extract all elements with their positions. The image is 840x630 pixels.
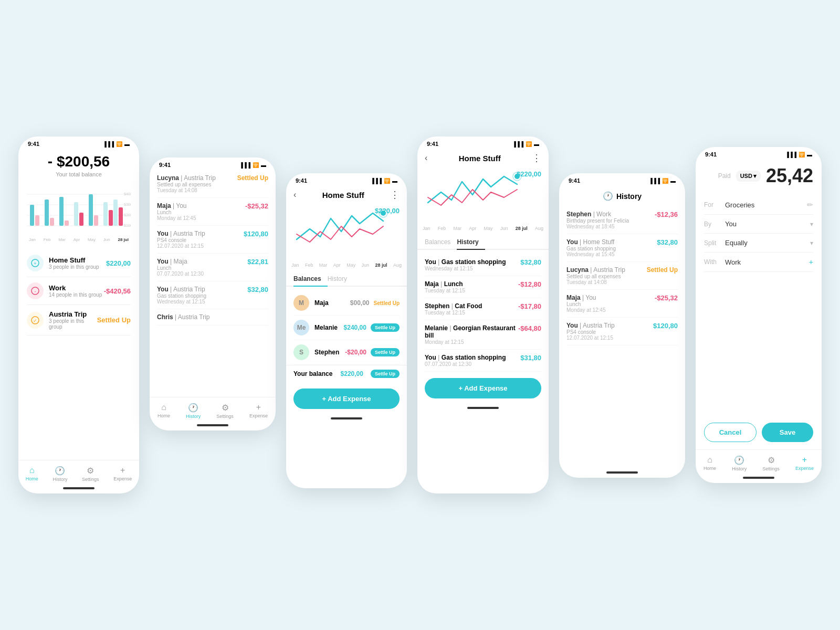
balance-melanie[interactable]: Me Melanie $240,00 Settle Up <box>293 316 400 340</box>
add-expense-button-3[interactable]: + Add Expense <box>293 388 400 409</box>
month-aug-3: Aug <box>393 262 402 268</box>
nav-expense-2[interactable]: + Expense <box>249 403 268 419</box>
tab-history-3[interactable]: History <box>328 272 353 287</box>
nav-history-6[interactable]: 🕐 History <box>732 455 747 471</box>
paid-label: Paid <box>718 172 731 180</box>
settle-melanie-button[interactable]: Settle Up <box>371 323 400 332</box>
phone-main-balance: 9:41 ▐▐▐ 🛜 ▬ - $200,56 Your total balanc… <box>18 136 139 494</box>
hist-date-stephen-work: Wednesday at 18:45 <box>566 224 629 229</box>
expense-nav-icon: + <box>120 466 125 475</box>
cancel-button[interactable]: Cancel <box>704 423 757 442</box>
nav-history-label-6: History <box>732 466 747 471</box>
history-clock-icon: 🕐 <box>603 191 613 201</box>
hist-stephen-cat-4[interactable]: Stephen | Cat Food Tuesday at 12:15 -$17… <box>425 298 541 320</box>
month-jun: Jun <box>103 237 110 242</box>
trans-you-maja[interactable]: You | Maja Lunch 07.07.2020 at 12:30 $22… <box>157 254 268 281</box>
with-field[interactable]: With Work + <box>704 253 813 272</box>
back-button-3[interactable]: ‹ <box>293 190 296 200</box>
phone-transactions: 9:41 ▐▐▐ 🛜 ▬ Lucyna | Austria Trip Settl… <box>150 158 276 430</box>
chart-4: $220,00 <box>417 166 549 224</box>
for-field[interactable]: For Groceries ✏ <box>704 195 813 215</box>
action-buttons: Cancel Save <box>696 415 822 449</box>
signal-icon-5: ▐▐▐ <box>649 178 660 184</box>
balance-maja[interactable]: M Maja $00,00 Settled Up <box>293 291 400 316</box>
split-field[interactable]: Split Equally ▾ <box>704 234 813 253</box>
trans-date-you-maja: 07.07.2020 at 12:30 <box>157 271 204 277</box>
trans-chris[interactable]: Chris | Austria Trip <box>157 309 268 326</box>
your-balance-label: Your balance <box>293 370 341 377</box>
svg-rect-19 <box>109 210 113 226</box>
tab-balances-3[interactable]: Balances <box>293 272 328 287</box>
hist-amount-gas-4: $32,80 <box>520 258 541 266</box>
trans-amount-you-maja: $22,81 <box>247 258 268 266</box>
settle-stephen-button[interactable]: Settle Up <box>371 348 400 356</box>
hist-gas-4[interactable]: You | Gas station shopping Wednesday at … <box>425 254 541 276</box>
hist-desc-lucyna-5: Settled up all expenses <box>566 274 625 279</box>
add-expense-button-4[interactable]: + Add Expense <box>425 378 541 398</box>
nav-history-2[interactable]: 🕐 History <box>186 403 201 419</box>
hist-lucyna-5[interactable]: Lucyna | Austria Trip Settled up all exp… <box>566 262 678 290</box>
group-austria[interactable]: ✓ Austria Trip 3 people in this group Se… <box>27 305 131 335</box>
trans-desc-you-gas: Gas station shopping <box>157 293 206 299</box>
currency-selector[interactable]: USD ▾ <box>736 171 761 182</box>
nav-expense-6[interactable]: + Expense <box>795 455 814 471</box>
trans-maja[interactable]: Maja | You Lunch Monday at 12:45 -$25,32 <box>157 198 268 226</box>
balance-label: Your total balance <box>27 171 131 177</box>
pencil-icon: ✏ <box>807 201 813 209</box>
group-work[interactable]: - Work 14 people in this group -$420,56 <box>27 277 131 305</box>
svg-rect-10 <box>45 200 49 226</box>
with-label: With <box>704 258 725 266</box>
hist-maja-lunch-4[interactable]: Maja | Lunch Tuesday at 12:15 -$12,80 <box>425 276 541 298</box>
signal-icon-3: ▐▐▐ <box>371 178 382 184</box>
trans-desc-lucyna: Settled up all expenses <box>157 182 216 187</box>
signal-icon-1: ▐▐▐ <box>103 141 114 147</box>
group-name-home: Home Stuff <box>49 256 106 264</box>
tab-balances-4[interactable]: Balances <box>425 235 457 250</box>
trans-lucyna[interactable]: Lucyna | Austria Trip Settled up all exp… <box>157 170 268 198</box>
nav-expense-1[interactable]: + Expense <box>113 466 132 482</box>
time-5: 9:41 <box>569 177 580 184</box>
save-button[interactable]: Save <box>762 423 813 442</box>
trans-you-gas[interactable]: You | Austria Trip Gas station shopping … <box>157 281 268 309</box>
nav-settings-2[interactable]: ⚙ Settings <box>216 403 234 419</box>
hist-amount-you-austria-5: $120,80 <box>653 322 678 330</box>
settings-nav-icon-6: ⚙ <box>768 455 775 465</box>
cm-jan-4: Jan <box>423 226 430 231</box>
chevron-down-icon-split: ▾ <box>810 239 813 247</box>
month-apr-3: Apr <box>333 262 341 268</box>
nav-home-2[interactable]: ⌂ Home <box>158 403 170 419</box>
back-button-4[interactable]: ‹ <box>425 153 427 163</box>
signal-icon-4: ▐▐▐ <box>512 141 523 147</box>
group-home-stuff[interactable]: + Home Stuff 3 people in this group $220… <box>27 249 131 277</box>
hist-you-gas2-4[interactable]: You | Gas station shopping 07.07.2020 at… <box>425 350 541 372</box>
by-field[interactable]: By You ▾ <box>704 215 813 234</box>
currency-chevron-icon: ▾ <box>753 173 757 180</box>
tab-history-4[interactable]: History <box>457 235 485 250</box>
nav-home-1[interactable]: ⌂ Home <box>26 466 38 482</box>
your-settle-button[interactable]: Settle Up <box>371 370 400 378</box>
nav-history-label: History <box>52 477 67 482</box>
nav-home-6[interactable]: ⌂ Home <box>704 455 716 471</box>
your-balance-row: Your balance $220,00 Settle Up <box>286 365 407 382</box>
hist-amount-lucyna-5: Settled Up <box>647 266 678 274</box>
your-balance-amount: $220,00 <box>341 370 363 377</box>
expense-form: Paid USD ▾ 25,42 For Groceries ✏ By You … <box>696 160 822 277</box>
more-button-3[interactable]: ⋮ <box>390 189 400 201</box>
nav-history-1[interactable]: 🕐 History <box>52 466 67 482</box>
nav-expense-label-6: Expense <box>795 466 814 471</box>
chart-months-3: Jan Feb Mar Apr May Jun 28 jul Aug <box>286 262 407 268</box>
more-button-4[interactable]: ⋮ <box>532 152 541 164</box>
trans-who-you-austria: You | Austria Trip <box>157 230 205 237</box>
nav-settings-1[interactable]: ⚙ Settings <box>82 466 99 482</box>
hist-who-gas-4: You | Gas station shopping <box>425 258 506 266</box>
trans-you-austria[interactable]: You | Austria Trip PS4 console 12.07.202… <box>157 226 268 254</box>
hist-stephen-work-5[interactable]: Stephen | Work Birthday present for Feli… <box>566 206 678 234</box>
cm-apr-4: Apr <box>469 226 476 231</box>
hist-you-home-5[interactable]: You | Home Stuff Gas station shopping We… <box>566 234 678 262</box>
hist-melanie-4[interactable]: Melanie | Georgian Restaurant bill Monda… <box>425 320 541 350</box>
nav-settings-6[interactable]: ⚙ Settings <box>762 455 780 471</box>
balance-stephen[interactable]: S Stephen -$20,00 Settle Up <box>293 340 400 365</box>
hist-you-austria-5[interactable]: You | Austria Trip PS4 console 12.07.202… <box>566 318 678 345</box>
group-list: + Home Stuff 3 people in this group $220… <box>27 249 131 335</box>
hist-maja-5[interactable]: Maja | You Lunch Monday at 12:45 -$25,32 <box>566 290 678 318</box>
